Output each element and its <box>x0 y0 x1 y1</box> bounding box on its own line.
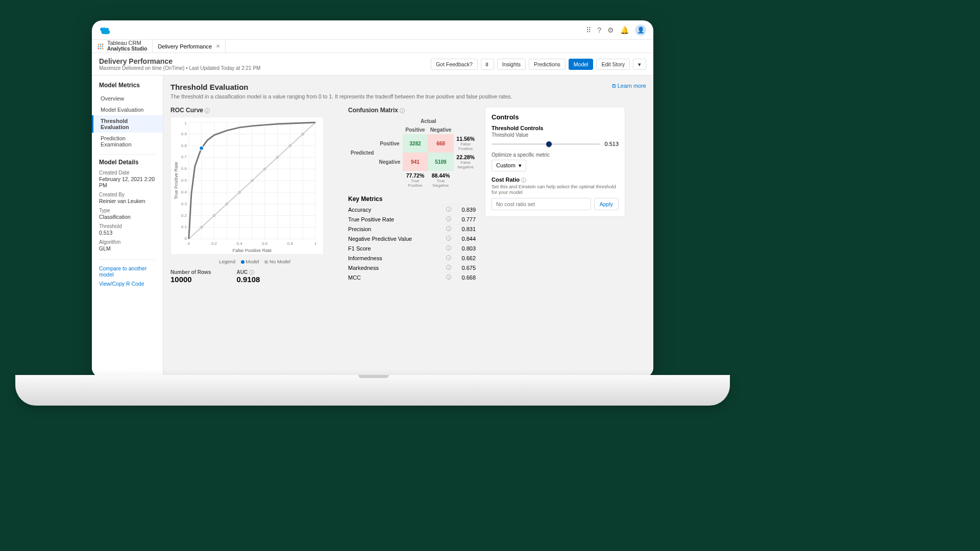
key-metric-row: True Positive Ratei0.777 <box>348 214 476 224</box>
svg-text:False Positive Rate: False Positive Rate <box>232 248 272 253</box>
insights-button[interactable]: Insights <box>497 59 526 70</box>
help-icon[interactable]: ? <box>597 26 601 34</box>
info-icon[interactable]: i <box>446 236 451 241</box>
roc-title: ROC Curve <box>170 107 203 114</box>
app-launcher-icon[interactable]: ⠿ <box>586 26 591 34</box>
threshold-slider[interactable]: ☟ <box>492 143 600 145</box>
svg-text:0.6: 0.6 <box>262 241 268 246</box>
tab-title: Delivery Performance <box>158 43 212 49</box>
section-title: Threshold Evaluation <box>170 83 646 91</box>
apply-button[interactable]: Apply <box>594 198 619 210</box>
svg-text:0.8: 0.8 <box>287 241 293 246</box>
svg-text:0.2: 0.2 <box>181 213 187 218</box>
svg-text:0.3: 0.3 <box>181 202 187 206</box>
svg-point-36 <box>238 191 241 194</box>
svg-point-7 <box>100 47 102 49</box>
svg-point-35 <box>225 203 228 206</box>
threshold-slider-value: 0.513 <box>604 141 619 147</box>
info-icon[interactable]: i <box>400 108 405 113</box>
external-link-icon: ⧉ <box>612 83 616 89</box>
notifications-bell-icon[interactable]: 🔔 <box>620 26 629 34</box>
more-actions-button[interactable]: ▾ <box>633 59 646 70</box>
key-metric-row: MCCi0.668 <box>348 272 476 282</box>
model-button[interactable]: Model <box>569 59 594 70</box>
svg-point-4 <box>100 45 102 47</box>
cost-ratio-desc: Set this and Einstein can help select th… <box>492 184 619 195</box>
svg-point-2 <box>102 43 104 45</box>
salesforce-logo-icon <box>99 26 110 34</box>
key-metric-row: Accuracyi0.839 <box>348 205 476 214</box>
created-date-value: February 12, 2021 2:20 PM <box>92 176 163 192</box>
app-switcher[interactable]: Tableau CRM Analytics Studio <box>92 40 152 53</box>
created-date-label: Created Date <box>92 170 163 176</box>
info-icon[interactable]: i <box>446 265 451 270</box>
learn-more-link[interactable]: ⧉ Learn more <box>612 83 646 89</box>
workspace-tab[interactable]: Delivery Performance ✕ <box>152 40 226 53</box>
page-title: Delivery Performance <box>99 57 260 65</box>
svg-text:0.8: 0.8 <box>181 143 187 148</box>
type-value: Classification <box>92 213 163 223</box>
algorithm-value: GLM <box>92 245 163 255</box>
cursor-icon: ☟ <box>547 143 550 150</box>
info-icon[interactable]: i <box>446 245 451 251</box>
algorithm-label: Algorithm <box>92 239 163 245</box>
svg-point-37 <box>251 179 254 182</box>
sidebar-item-model-evaluation[interactable]: Model Evaluation <box>92 104 163 115</box>
num-rows-label: Number of Rows <box>170 269 211 275</box>
svg-point-41 <box>301 133 304 136</box>
info-icon[interactable]: i <box>249 270 254 275</box>
info-icon[interactable]: i <box>446 216 451 221</box>
svg-point-1 <box>100 43 102 45</box>
sidebar-item-prediction-examination[interactable]: Prediction Examination <box>92 133 163 150</box>
sidebar-item-threshold-evaluation[interactable]: Threshold Evaluation <box>92 115 163 133</box>
setup-gear-icon[interactable]: ⚙ <box>607 26 614 34</box>
info-icon[interactable]: i <box>205 108 210 113</box>
cost-ratio-input[interactable] <box>492 198 591 210</box>
optimize-metric-select[interactable]: Custom ▾ <box>492 160 526 171</box>
pause-button[interactable]: ⏸ <box>481 59 494 70</box>
info-icon[interactable]: i <box>446 274 451 280</box>
threshold-value: 0.513 <box>92 229 163 239</box>
auc-value: 0.9108 <box>236 275 260 284</box>
svg-text:1: 1 <box>184 121 187 126</box>
tableau-crm-icon <box>97 43 104 50</box>
svg-point-38 <box>263 167 266 170</box>
chevron-down-icon: ▾ <box>519 162 522 169</box>
info-icon[interactable]: i <box>446 226 451 231</box>
app-name-line2: Analytics Studio <box>107 46 147 52</box>
svg-point-5 <box>102 45 104 47</box>
svg-text:0.4: 0.4 <box>237 241 243 246</box>
user-avatar-icon[interactable]: 👤 <box>635 24 646 36</box>
threshold-value-label: Threshold Value <box>492 132 619 138</box>
key-metric-row: Precisioni0.831 <box>348 224 476 234</box>
svg-text:0: 0 <box>188 241 190 246</box>
key-metrics-title: Key Metrics <box>348 195 476 203</box>
info-icon[interactable]: i <box>446 255 451 260</box>
roc-legend: Legend Model No Model <box>170 259 339 264</box>
view-code-link[interactable]: View/Copy R Code <box>92 279 163 288</box>
key-metric-row: F1 Scorei0.803 <box>348 243 476 253</box>
controls-title: Controls <box>492 113 619 121</box>
info-icon[interactable]: i <box>521 178 526 183</box>
svg-text:0.6: 0.6 <box>181 166 187 171</box>
svg-text:1: 1 <box>314 241 317 246</box>
key-metric-row: Markednessi0.675 <box>348 263 476 272</box>
feedback-button[interactable]: Got Feedback? <box>431 59 478 70</box>
section-description: The threshold in a classification model … <box>170 93 646 99</box>
svg-text:0.4: 0.4 <box>181 190 187 194</box>
svg-point-6 <box>98 47 100 49</box>
compare-model-link[interactable]: Compare to another model <box>92 264 163 279</box>
svg-text:0.5: 0.5 <box>181 178 187 183</box>
tab-close-icon[interactable]: ✕ <box>216 43 220 49</box>
svg-point-34 <box>213 214 216 217</box>
sidebar-item-overview[interactable]: Overview <box>92 93 163 104</box>
edit-story-button[interactable]: Edit Story <box>596 59 630 70</box>
info-icon[interactable]: i <box>446 207 451 212</box>
svg-text:0: 0 <box>184 236 187 241</box>
num-rows-value: 10000 <box>170 275 211 284</box>
svg-text:True Positive Rate: True Positive Rate <box>174 162 179 199</box>
svg-point-33 <box>200 226 203 229</box>
predictions-button[interactable]: Predictions <box>529 59 566 70</box>
svg-text:0.1: 0.1 <box>181 224 187 229</box>
auc-label: AUC <box>236 269 248 275</box>
